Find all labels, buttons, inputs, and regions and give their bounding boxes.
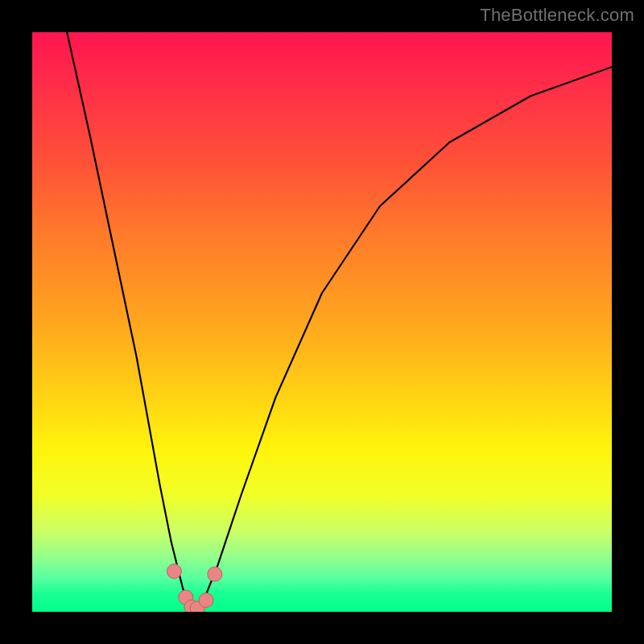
- marker-point: [208, 567, 222, 581]
- marker-point: [199, 593, 213, 608]
- chart-svg: [32, 32, 612, 612]
- marker-point: [167, 564, 181, 579]
- highlighted-points: [167, 564, 221, 612]
- bottleneck-curve: [67, 32, 612, 612]
- watermark-text: TheBottleneck.com: [480, 5, 634, 26]
- plot-area: [32, 32, 612, 612]
- chart-frame: TheBottleneck.com: [0, 0, 644, 644]
